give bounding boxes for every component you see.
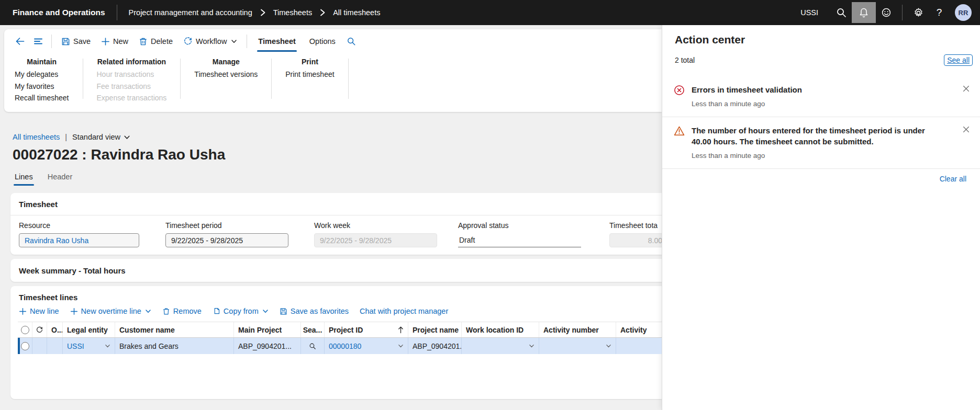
select-all-column-header[interactable] (18, 322, 32, 337)
project-name-cell[interactable]: ABP_0904201... (408, 338, 462, 354)
sort-ascending-icon (398, 326, 404, 334)
column-header-project-id[interactable]: Project ID (325, 322, 408, 337)
column-header-overtime[interactable]: O... (47, 322, 63, 337)
tab-lines[interactable]: Lines (15, 173, 33, 186)
feedback-smiley-icon[interactable] (876, 2, 897, 23)
topbar-actions: USSI ? RR (800, 2, 972, 23)
list-page-link[interactable]: All timesheets (13, 133, 60, 141)
remove-button[interactable]: Remove (162, 307, 202, 315)
chevron-down-icon[interactable] (105, 343, 110, 349)
customer-name-cell[interactable]: Brakes and Gears (115, 338, 234, 354)
ribbon-item-print-timesheet[interactable]: Print timesheet (285, 69, 334, 81)
tab-header[interactable]: Header (48, 173, 73, 186)
table-row[interactable]: USSI Brakes and Gears ABP_0904201... 000… (18, 338, 662, 354)
avatar[interactable]: RR (955, 4, 972, 21)
app-title[interactable]: Finance and Operations (13, 8, 105, 17)
ribbon-group-maintain: Maintain My delegates My favorites Recal… (15, 58, 69, 104)
delete-button[interactable]: Delete (133, 29, 178, 53)
project-id-cell[interactable]: 00000180 (325, 338, 408, 354)
column-header-work-location-id[interactable]: Work location ID (462, 322, 539, 337)
project-id-link[interactable]: 00000180 (329, 342, 361, 350)
chevron-right-icon (319, 9, 326, 16)
chevron-down-icon[interactable] (606, 343, 611, 349)
row-refresh-cell (32, 338, 47, 354)
ribbon-divider (180, 59, 181, 99)
breadcrumb-area[interactable]: Timesheets (273, 8, 312, 17)
app-window: Finance and Operations Project managemen… (0, 0, 980, 410)
ribbon-item-expense-transactions: Expense transactions (97, 92, 167, 104)
close-icon[interactable] (962, 125, 971, 160)
save-icon (280, 308, 287, 315)
ribbon-item-my-favorites[interactable]: My favorites (15, 81, 69, 93)
column-header-customer-name[interactable]: Customer name (115, 322, 234, 337)
chat-with-project-manager-button[interactable]: Chat with project manager (360, 307, 448, 315)
page-title: 00027022 : Ravindra Rao Usha (13, 146, 662, 163)
close-icon[interactable] (962, 84, 971, 108)
main-project-cell[interactable]: ABP_0904201... (234, 338, 301, 354)
action-pane: Save New Delete (4, 29, 662, 112)
work-location-id-cell[interactable] (462, 338, 539, 354)
notification-title: Errors in timesheet validation (692, 84, 938, 95)
activity-number-cell[interactable] (539, 338, 616, 354)
notifications-bell-icon[interactable] (852, 2, 876, 23)
timesheet-section: Timesheet Resource Ravindra Rao Usha Tim… (10, 193, 662, 255)
new-line-button[interactable]: New line (19, 307, 59, 315)
save-button[interactable]: Save (56, 29, 96, 53)
section-title[interactable]: Week summary - Total hours (10, 266, 134, 275)
timesheet-period-input[interactable]: 9/22/2025 - 9/28/2025 (165, 233, 288, 247)
clear-all-link[interactable]: Clear all (940, 175, 966, 183)
copy-from-button[interactable]: Copy from (213, 307, 269, 315)
settings-gear-icon[interactable] (908, 2, 929, 23)
company-selector[interactable]: USSI (800, 8, 818, 17)
action-pane-menu-icon[interactable] (29, 29, 47, 53)
refresh-column-header[interactable] (32, 322, 47, 337)
tab-timesheet[interactable]: Timesheet (251, 29, 302, 53)
timesheet-fields: Resource Ravindra Rao Usha Timesheet per… (10, 215, 662, 247)
column-header-search[interactable]: Sea... (301, 322, 325, 337)
panel-footer: Clear all (662, 168, 980, 189)
field-label: Work week (314, 221, 458, 230)
activity-cell[interactable] (616, 338, 662, 354)
column-header-activity[interactable]: Activity (616, 322, 662, 337)
tab-options[interactable]: Options (303, 29, 342, 53)
list-item[interactable]: The number of hours entered for the time… (662, 117, 980, 168)
topbar-divider (902, 5, 903, 20)
plus-icon (101, 37, 110, 46)
command-divider (51, 35, 52, 48)
breadcrumb: Project management and accounting Timesh… (129, 8, 381, 17)
find-search-icon[interactable] (342, 29, 360, 53)
view-selector[interactable]: Standard view (72, 133, 130, 141)
legal-entity-cell[interactable]: USSI (63, 338, 115, 354)
search-icon[interactable] (831, 2, 852, 23)
back-arrow-icon[interactable] (10, 29, 29, 53)
chevron-down-icon[interactable] (398, 343, 404, 349)
section-title[interactable]: Timesheet (10, 193, 662, 215)
help-icon[interactable]: ? (929, 2, 950, 23)
column-header-activity-number[interactable]: Activity number (539, 322, 616, 337)
ribbon-item-my-delegates[interactable]: My delegates (15, 69, 69, 81)
row-search-cell[interactable] (301, 338, 325, 354)
notification-body: The number of hours entered for the time… (692, 125, 957, 160)
row-select-cell[interactable] (18, 338, 32, 354)
separator: | (65, 133, 67, 141)
resource-input[interactable]: Ravindra Rao Usha (19, 233, 139, 247)
workflow-button[interactable]: Workflow (178, 29, 242, 53)
breadcrumb-page[interactable]: All timesheets (333, 8, 380, 17)
new-overtime-line-button[interactable]: New overtime line (70, 307, 151, 315)
column-header-legal-entity[interactable]: Legal entity (63, 322, 115, 337)
new-button[interactable]: New (96, 29, 133, 53)
column-header-main-project[interactable]: Main Project (234, 322, 301, 337)
chevron-down-icon[interactable] (529, 343, 534, 349)
trash-icon (139, 37, 148, 46)
ribbon-divider (83, 59, 83, 99)
trash-icon (162, 308, 170, 315)
see-all-link[interactable]: See all (944, 54, 973, 66)
ribbon-item-timesheet-versions[interactable]: Timesheet versions (194, 69, 258, 81)
list-item[interactable]: Errors in timesheet validation Less than… (662, 76, 980, 117)
save-as-favorites-button[interactable]: Save as favorites (280, 307, 349, 315)
breadcrumb-module[interactable]: Project management and accounting (129, 8, 252, 17)
grid-header-row: O... Legal entity Customer name Main Pro… (18, 322, 662, 338)
section-title[interactable]: Timesheet lines (10, 286, 662, 305)
ribbon-item-recall-timesheet[interactable]: Recall timesheet (15, 92, 69, 104)
column-header-project-name[interactable]: Project name (408, 322, 462, 337)
